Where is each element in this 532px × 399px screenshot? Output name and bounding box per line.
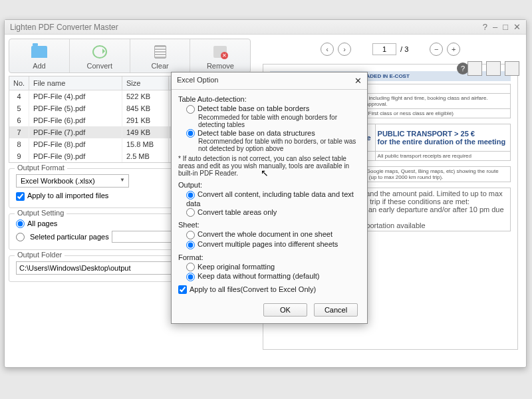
maximize-icon[interactable]: □ (503, 22, 508, 32)
main-toolbar: Add Convert Clear Remove (9, 39, 251, 73)
remove-button[interactable]: Remove (190, 39, 250, 72)
keep-format-radio[interactable] (186, 263, 195, 271)
doc-thumb[interactable] (486, 61, 501, 76)
zoom-out-button[interactable]: − (430, 43, 443, 56)
output-format-select[interactable]: Excel Workbook (.xlsx) (16, 174, 129, 188)
excel-option-dialog: Excel Option ✕ Table Auto-detection: Det… (171, 72, 368, 324)
prev-page-button[interactable]: ‹ (321, 43, 334, 56)
apply-all-label: Apply to all imported files (27, 192, 108, 200)
doc-thumb[interactable] (505, 61, 519, 76)
particular-pages-radio[interactable] (16, 233, 25, 241)
no-format-radio[interactable] (186, 273, 195, 281)
close-icon[interactable]: ✕ (513, 22, 521, 32)
doc-thumb[interactable] (467, 61, 482, 76)
page-total: / 3 (400, 45, 408, 53)
convert-all-radio[interactable] (186, 191, 195, 200)
dialog-title: Excel Option (177, 76, 354, 86)
multi-sheet-radio[interactable] (186, 241, 195, 249)
page-number-input[interactable]: 1 (372, 43, 396, 55)
refresh-icon (92, 45, 107, 59)
col-size[interactable]: Size (122, 76, 169, 90)
one-sheet-radio[interactable] (186, 231, 195, 239)
col-file[interactable]: File name (29, 76, 122, 90)
all-pages-radio[interactable] (16, 219, 25, 228)
detect-structures-radio[interactable] (186, 129, 195, 138)
zoom-in-button[interactable]: + (447, 43, 460, 56)
remove-icon (213, 46, 227, 58)
dialog-close-icon[interactable]: ✕ (354, 76, 362, 86)
convert-tables-radio[interactable] (186, 208, 195, 217)
help-icon[interactable]: ? (483, 22, 487, 32)
preview-nav: ‹ › 1 / 3 − + (259, 39, 522, 60)
ok-button[interactable]: OK (263, 303, 307, 317)
clear-button[interactable]: Clear (130, 39, 191, 72)
cancel-button[interactable]: Cancel (314, 303, 358, 317)
minimize-icon[interactable]: – (493, 22, 497, 32)
convert-button[interactable]: Convert (70, 39, 130, 72)
doc-thumbs (467, 61, 519, 76)
detect-borders-radio[interactable] (186, 105, 195, 114)
app-title: Lighten PDF Converter Master (10, 23, 118, 32)
apply-all-excel-checkbox[interactable] (178, 285, 187, 294)
clear-icon (154, 45, 166, 59)
folder-icon (31, 46, 47, 58)
output-folder-input[interactable] (16, 261, 172, 275)
apply-all-files-checkbox[interactable] (16, 192, 25, 201)
title-bar: Lighten PDF Converter Master ? – □ ✕ (5, 20, 526, 35)
col-no[interactable]: No. (9, 76, 29, 90)
next-page-button[interactable]: › (338, 43, 351, 56)
add-button[interactable]: Add (9, 39, 70, 72)
